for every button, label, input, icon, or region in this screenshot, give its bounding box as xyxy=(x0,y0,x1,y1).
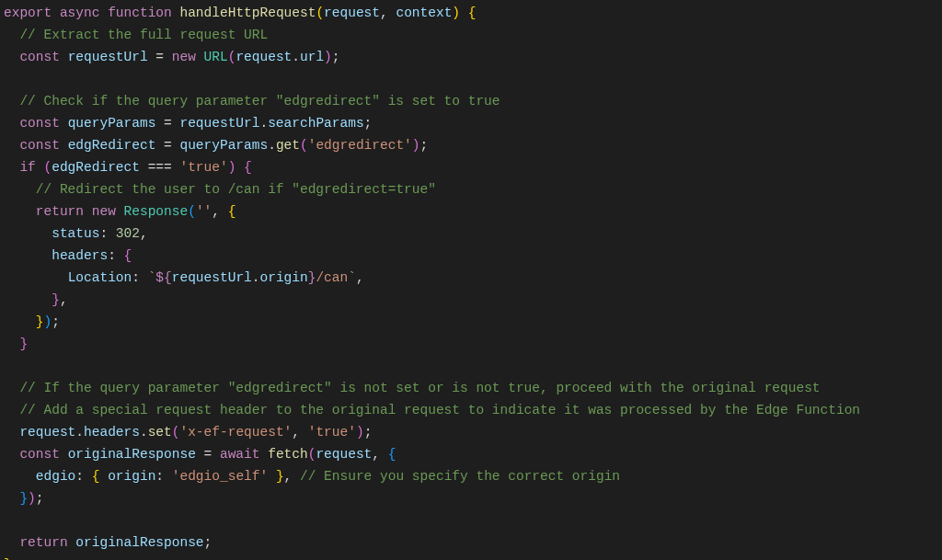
code-token xyxy=(99,469,108,484)
code-token: , xyxy=(380,6,396,20)
code-token: // Extract the full request URL xyxy=(19,28,268,42)
code-token: // Add a special request header to the o… xyxy=(19,403,860,417)
code-token: edgRedirect xyxy=(52,160,140,175)
code-token: , xyxy=(284,469,300,484)
code-token: url xyxy=(300,50,324,64)
code-token xyxy=(460,6,468,20)
code-token: === xyxy=(148,160,172,175)
code-token xyxy=(60,447,68,462)
code-token: ( xyxy=(300,138,308,153)
code-editor: export async function handleHttpRequest(… xyxy=(0,0,942,560)
code-token: ) xyxy=(356,425,364,440)
code-token: : xyxy=(155,469,171,484)
code-token: handleHttpRequest xyxy=(179,6,316,20)
code-token: : xyxy=(99,226,115,241)
code-token: } xyxy=(19,491,28,506)
code-token: ; xyxy=(420,138,429,153)
code-token: ) xyxy=(44,314,52,329)
code-token xyxy=(164,50,172,64)
code-token: : xyxy=(75,469,91,484)
code-token: = xyxy=(164,116,172,131)
code-token: ( xyxy=(44,160,52,175)
code-token: new xyxy=(172,50,196,64)
code-token: . xyxy=(75,425,84,440)
code-token: = xyxy=(155,50,164,64)
code-token: , xyxy=(356,270,364,285)
code-token: } xyxy=(36,314,44,329)
code-token: // Check if the query parameter "edgredi… xyxy=(19,94,500,109)
code-token: = xyxy=(204,447,213,462)
code-token: ) xyxy=(452,6,460,20)
code-token: } xyxy=(52,292,60,307)
code-token: { xyxy=(228,204,236,219)
code-token: . xyxy=(140,425,148,440)
code-token xyxy=(212,447,220,462)
code-token: ; xyxy=(36,491,44,506)
code-token: = xyxy=(164,138,172,153)
code-token xyxy=(60,50,68,64)
code-token xyxy=(259,447,268,462)
code-token: ; xyxy=(364,425,373,440)
code-token: const xyxy=(19,138,60,153)
code-token: fetch xyxy=(268,447,308,462)
code-token: queryParams xyxy=(179,138,268,153)
code-token: get xyxy=(276,138,300,153)
code-token: set xyxy=(148,425,172,440)
code-token: , xyxy=(372,447,387,462)
code-token: return xyxy=(36,204,84,219)
code-token xyxy=(196,50,204,64)
code-token xyxy=(155,138,164,153)
code-token: ( xyxy=(316,6,324,20)
code-token xyxy=(36,160,44,175)
code-token: { xyxy=(124,248,132,263)
code-token: Location xyxy=(68,270,132,285)
code-token: } xyxy=(276,469,284,484)
code-token: { xyxy=(388,447,396,462)
code-token: edgio xyxy=(36,469,76,484)
code-token xyxy=(60,116,68,131)
code-token: originalResponse xyxy=(75,535,203,550)
code-token xyxy=(99,6,108,20)
code-token: return xyxy=(19,535,67,550)
code-token: origin xyxy=(259,270,307,285)
code-token: status xyxy=(52,226,99,241)
code-token: ) xyxy=(28,491,36,506)
code-token: ) xyxy=(324,50,332,64)
code-token: function xyxy=(108,6,172,20)
code-token: ${ xyxy=(155,270,171,285)
code-token: 302 xyxy=(116,226,140,241)
code-token xyxy=(196,447,204,462)
code-token: request xyxy=(324,6,380,20)
code-token: 'edgredirect' xyxy=(308,138,412,153)
code-token: : xyxy=(108,248,123,263)
code-token: edgRedirect xyxy=(68,138,156,153)
code-token: const xyxy=(19,447,60,462)
code-token: const xyxy=(19,50,60,64)
code-token: requestUrl xyxy=(172,270,252,285)
code-token xyxy=(84,204,92,219)
code-token: 'edgio_self' xyxy=(172,469,268,484)
code-token: ; xyxy=(204,535,213,550)
code-token: ; xyxy=(364,116,373,131)
code-token: ; xyxy=(332,50,340,64)
code-token xyxy=(140,160,148,175)
code-token: { xyxy=(468,6,477,20)
code-token: // If the query parameter "edgredirect" … xyxy=(19,381,820,395)
code-token: request xyxy=(316,447,372,462)
code-token: async xyxy=(60,6,100,20)
code-token: // Redirect the user to /can if "edgredi… xyxy=(36,182,436,197)
code-token: : xyxy=(132,270,147,285)
code-token: { xyxy=(244,160,252,175)
code-token: 'true' xyxy=(179,160,227,175)
code-token: 'x-ef-request' xyxy=(179,425,292,440)
code-token xyxy=(268,469,276,484)
code-token xyxy=(116,204,124,219)
code-token: const xyxy=(19,116,60,131)
code-token: . xyxy=(292,50,300,64)
code-token: originalResponse xyxy=(68,447,196,462)
code-token: context xyxy=(396,6,452,20)
code-token: . xyxy=(268,138,276,153)
code-token xyxy=(236,160,244,175)
code-token: , xyxy=(292,425,307,440)
code-token xyxy=(155,116,164,131)
